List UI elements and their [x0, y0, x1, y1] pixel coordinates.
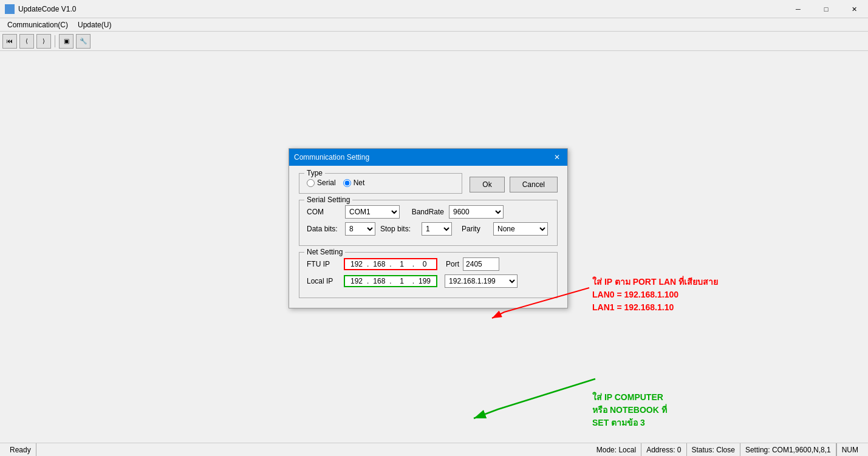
net-radio-label[interactable]: Net	[343, 179, 365, 187]
ftu-ip-seg-3[interactable]	[393, 260, 411, 268]
toolbar-separator-1	[55, 35, 55, 47]
port-label: Port	[446, 260, 459, 268]
ftu-ip-row: FTU IP . . . Port	[307, 257, 550, 271]
parity-select[interactable]: None Odd Even	[493, 222, 548, 236]
ftu-ip-seg-2[interactable]	[370, 260, 388, 268]
local-ip-dropdown[interactable]: 192.168.1.199 192.168.1.100 192.168.1.10	[445, 274, 518, 288]
com-select[interactable]: COM1 COM2 COM3	[345, 205, 400, 219]
dialog-buttons: Ok Cancel	[470, 177, 558, 192]
local-ip-dot-3: .	[412, 277, 414, 285]
stopbits-select[interactable]: 1 2	[422, 222, 452, 236]
local-ip-row: Local IP . . . 192.168.1.199 192.168.1.1…	[307, 274, 550, 288]
ok-button[interactable]: Ok	[470, 177, 504, 192]
green-annotation: ใส่ IP COMPUTER หรือ NOTEBOOK ที่ SET ตา…	[592, 391, 667, 429]
databits-row: Data bits: 8 7 Stop bits: 1 2 Parity Non…	[307, 222, 550, 236]
ftu-ip-dot-2: .	[389, 260, 391, 268]
app-icon	[5, 4, 15, 14]
ftu-ip-label: FTU IP	[307, 260, 340, 268]
serial-radio-label[interactable]: Serial	[307, 179, 336, 187]
com-row: COM COM1 COM2 COM3 BandRate 9600 19200 3…	[307, 205, 550, 219]
dialog-title: Communication Setting	[294, 153, 369, 162]
parity-label: Parity	[462, 225, 488, 233]
local-ip-seg-2[interactable]	[370, 277, 388, 285]
type-radios: Serial Net	[307, 179, 454, 187]
toolbar-btn-5[interactable]: 🔧	[76, 34, 91, 49]
status-ready: Ready	[5, 443, 36, 456]
status-setting: Setting: COM1,9600,N,8,1	[740, 443, 836, 456]
communication-dialog: Communication Setting ✕ Type Serial Net	[289, 148, 568, 308]
green-arrow	[437, 367, 607, 440]
ftu-ip-input-group: . . .	[344, 258, 437, 270]
net-group-label: Net Setting	[304, 248, 345, 256]
title-bar: UpdateCode V1.0 ─ □ ✕	[0, 0, 868, 18]
app-title: UpdateCode V1.0	[18, 5, 76, 13]
dialog-titlebar: Communication Setting ✕	[289, 149, 567, 166]
local-ip-dot-2: .	[389, 277, 391, 285]
toolbar-btn-1[interactable]: ⏮	[2, 34, 17, 49]
bandrate-label: BandRate	[405, 208, 444, 216]
main-content: Communication Setting ✕ Type Serial Net	[0, 51, 868, 443]
status-num: NUM	[836, 443, 863, 456]
local-ip-label: Local IP	[307, 277, 340, 285]
serial-radio-text: Serial	[317, 179, 336, 187]
local-ip-seg-4[interactable]	[415, 277, 434, 285]
status-bar: Ready Mode: Local Address: 0 Status: Clo…	[0, 443, 868, 456]
local-ip-dot-1: .	[367, 277, 369, 285]
com-label: COM	[307, 208, 340, 216]
dialog-body: Type Serial Net Ok Cancel	[289, 166, 567, 308]
toolbar-btn-3[interactable]: ⟩	[36, 34, 51, 49]
local-ip-seg-3[interactable]	[393, 277, 411, 285]
ftu-ip-seg-4[interactable]	[415, 260, 434, 268]
local-ip-input-group: . . .	[344, 275, 437, 287]
red-annotation: ใส่ IP ตาม PORT LAN ที่เสียบสาย LAN0 = 1…	[592, 276, 718, 314]
serial-group-label: Serial Setting	[304, 196, 352, 204]
port-input[interactable]	[463, 257, 499, 271]
close-button[interactable]: ✕	[840, 0, 868, 18]
databits-label: Data bits:	[307, 225, 340, 233]
local-ip-seg-1[interactable]	[347, 277, 366, 285]
status-status: Status: Close	[687, 443, 740, 456]
net-radio[interactable]	[343, 179, 351, 187]
stopbits-label: Stop bits:	[380, 225, 417, 233]
ftu-ip-dot-1: .	[367, 260, 369, 268]
net-radio-text: Net	[354, 179, 365, 187]
bandrate-select[interactable]: 9600 19200 38400 115200	[449, 205, 504, 219]
maximize-button[interactable]: □	[812, 0, 840, 18]
net-setting-group: Net Setting FTU IP . . . Port	[299, 252, 558, 298]
serial-radio[interactable]	[307, 179, 315, 187]
status-address: Address: 0	[641, 443, 686, 456]
toolbar-btn-2[interactable]: ⟨	[19, 34, 34, 49]
minimize-button[interactable]: ─	[784, 0, 812, 18]
menu-bar: Communication(C) Update(U)	[0, 18, 868, 32]
cancel-button[interactable]: Cancel	[510, 177, 558, 192]
menu-communication[interactable]: Communication(C)	[2, 19, 73, 30]
ftu-ip-dot-3: .	[412, 260, 414, 268]
menu-update[interactable]: Update(U)	[73, 19, 116, 30]
window-controls: ─ □ ✕	[784, 0, 868, 18]
toolbar: ⏮ ⟨ ⟩ ▣ 🔧	[0, 32, 868, 51]
type-group: Type Serial Net	[299, 173, 462, 194]
toolbar-btn-4[interactable]: ▣	[59, 34, 73, 49]
serial-setting-group: Serial Setting COM COM1 COM2 COM3 BandRa…	[299, 200, 558, 246]
status-mode-label: Mode: Local	[592, 443, 641, 456]
dialog-close-button[interactable]: ✕	[552, 152, 562, 163]
type-group-label: Type	[304, 169, 325, 177]
databits-select[interactable]: 8 7	[345, 222, 375, 236]
ftu-ip-seg-1[interactable]	[347, 260, 366, 268]
